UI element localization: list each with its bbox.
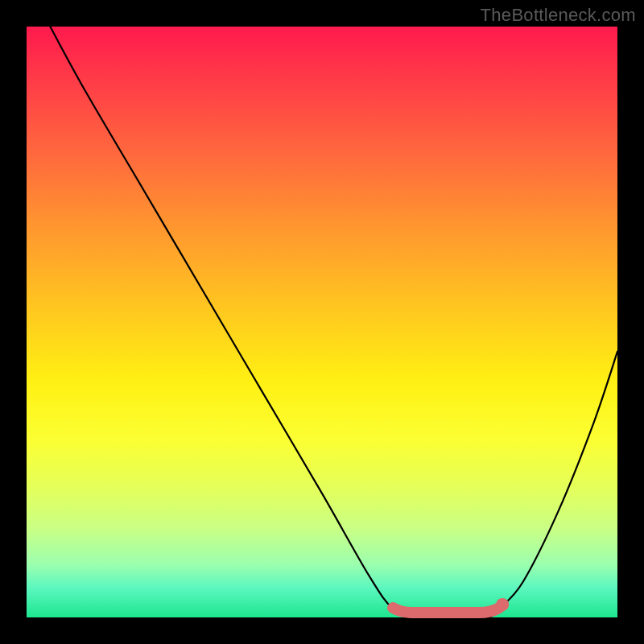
highlight-end-dot <box>496 598 509 611</box>
watermark-text: TheBottleneck.com <box>481 5 636 26</box>
plot-area <box>27 27 617 617</box>
bottleneck-curve-svg <box>27 27 617 617</box>
bottleneck-curve-path <box>50 27 617 618</box>
highlight-segment <box>393 608 499 613</box>
chart-container: TheBottleneck.com <box>0 0 644 644</box>
